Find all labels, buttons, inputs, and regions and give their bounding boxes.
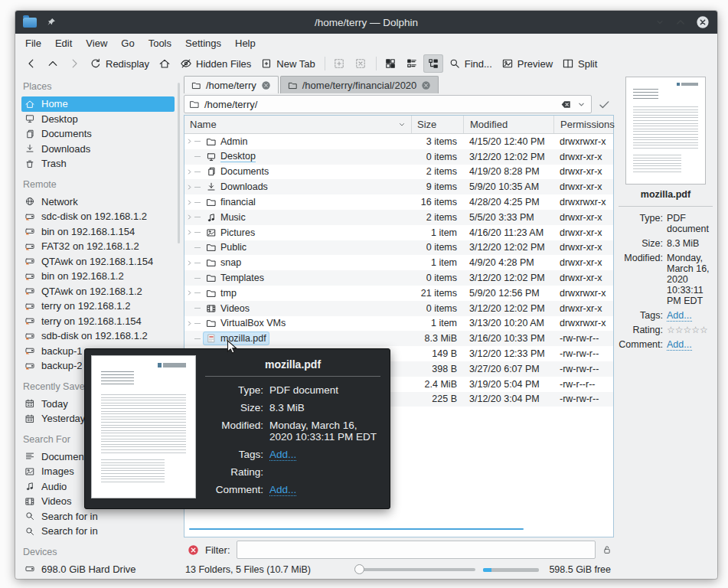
column-header-modified[interactable]: Modified xyxy=(463,116,553,133)
sidebar-item-trash[interactable]: Trash xyxy=(21,156,175,172)
sidebar-item-bin-on-192-168-1-154[interactable]: bin on 192.168.1.154 xyxy=(21,224,175,240)
toolbar-separator xyxy=(325,57,325,70)
sidebar-item-documents[interactable]: Documents xyxy=(21,126,175,142)
file-size: 1 item xyxy=(411,318,463,328)
horizontal-scrollbar[interactable] xyxy=(189,528,524,530)
file-row-music[interactable]: Music2 items5/5/20 3:33 PMdrwxr-xr-x xyxy=(184,210,613,225)
add-link[interactable]: Add... xyxy=(667,310,692,322)
close-filter-icon[interactable] xyxy=(188,544,199,556)
home-button[interactable] xyxy=(155,54,175,73)
add-link[interactable]: Add... xyxy=(269,449,296,461)
file-row-templates[interactable]: Templates0 items3/12/20 12:02 PMdrwxr-xr… xyxy=(184,270,613,286)
file-row-financial[interactable]: financial16 items4/28/20 4:25 PMdrwxrwxr… xyxy=(184,194,613,210)
sidebar-item-sdc-disk-on-192-168-1-2[interactable]: sdc-disk on 192.168.1.2 xyxy=(21,209,175,224)
menu-settings[interactable]: Settings xyxy=(178,35,228,51)
zoom-slider[interactable] xyxy=(354,564,479,575)
expand-arrow-icon[interactable] xyxy=(184,229,194,236)
sidebar-item-terry-on-192-168-1-154[interactable]: terry on 192.168.1.154 xyxy=(21,314,175,329)
file-row-admin[interactable]: Admin3 items4/15/20 12:40 PMdrwxrwxr-x xyxy=(184,134,613,149)
sidebar-item-698-0-gib-hard-drive[interactable]: 698.0 GiB Hard Drive xyxy=(21,562,175,577)
forward-button[interactable] xyxy=(64,54,84,73)
sidebar-item-fat32-on-192-168-1-2[interactable]: FAT32 on 192.168.1.2 xyxy=(21,239,175,254)
column-header-permissions[interactable]: Permissions xyxy=(553,116,613,133)
expand-arrow-icon[interactable] xyxy=(184,138,194,145)
sidebar-item-network[interactable]: Network xyxy=(21,194,175,210)
sidebar-item-qtawk-on-192-168-1-2[interactable]: QTAwk on 192.168.1.2 xyxy=(21,284,175,299)
sidebar-item-search-for-in[interactable]: Search for in xyxy=(21,524,175,539)
back-button[interactable] xyxy=(21,54,41,73)
file-row-public[interactable]: Public0 items3/12/20 12:02 PMdrwxr-xr-x xyxy=(184,240,613,256)
menu-file[interactable]: File xyxy=(18,35,48,51)
file-row-snap[interactable]: snap1 item4/9/20 4:28 PMdrwxr-xr-x xyxy=(184,255,613,270)
hidden-files-button[interactable]: Hidden Files xyxy=(176,54,255,73)
menu-view[interactable]: View xyxy=(79,35,114,51)
sidebar-item-sdb-disk-on-192-168-1-2[interactable]: sdb-disk on 192.168.1.2 xyxy=(21,328,175,344)
up-button[interactable] xyxy=(43,54,63,73)
select-mode-button[interactable] xyxy=(329,54,349,73)
details-view-button[interactable] xyxy=(423,54,443,73)
expand-arrow-icon[interactable] xyxy=(184,260,194,266)
column-header-name[interactable]: Name xyxy=(184,116,411,133)
find-button[interactable]: Find... xyxy=(445,54,496,73)
pin-icon[interactable] xyxy=(46,17,57,28)
split-button[interactable]: Split xyxy=(558,54,601,73)
add-link[interactable]: Add... xyxy=(667,339,692,351)
menu-tools[interactable]: Tools xyxy=(142,35,178,51)
minimize-button[interactable] xyxy=(655,17,665,28)
invert-selection-button[interactable] xyxy=(351,54,371,73)
dolphin-app-icon xyxy=(23,18,37,28)
lock-icon[interactable] xyxy=(602,544,612,555)
filter-input[interactable] xyxy=(237,541,596,559)
tab-1[interactable]: /home/terry/financial/2020 xyxy=(280,76,439,93)
column-header-size[interactable]: Size xyxy=(411,116,463,133)
location-dropdown-icon[interactable] xyxy=(576,100,586,109)
expand-arrow-icon[interactable] xyxy=(184,320,194,327)
file-row-videos[interactable]: Videos0 items3/12/20 12:02 PMdrwxr-xr-x xyxy=(184,301,613,316)
compact-view-button[interactable] xyxy=(402,54,422,73)
location-path: /home/terry/ xyxy=(204,99,556,110)
menu-help[interactable]: Help xyxy=(228,35,263,51)
sidebar-item-home[interactable]: Home xyxy=(21,96,175,112)
file-row-documents[interactable]: Documents2 items4/19/20 8:28 PMdrwxr-xr-… xyxy=(184,165,613,180)
close-button[interactable] xyxy=(696,15,710,29)
file-permissions: drwxrwxr-x xyxy=(553,318,613,328)
menu-go[interactable]: Go xyxy=(114,35,141,51)
sidebar-item-desktop[interactable]: Desktop xyxy=(21,112,175,127)
redisplay-button[interactable]: Redisplay xyxy=(86,54,153,73)
new-tab-button[interactable]: New Tab xyxy=(256,54,318,73)
sidebar-item-search-for-in[interactable]: Search for in xyxy=(21,509,175,524)
sidebar-scrollbar[interactable] xyxy=(178,83,180,243)
file-row-pictures[interactable]: Pictures1 item4/16/20 11:23 AMdrwxr-xr-x xyxy=(184,225,613,240)
file-row-mozilla.pdf[interactable]: mozilla.pdf8.3 MiB3/16/20 10:33 PM-rw-rw… xyxy=(184,331,613,346)
location-input[interactable]: /home/terry/ xyxy=(184,95,592,113)
sidebar-item-bin-on-192-168-1-2[interactable]: bin on 192.168.1.2 xyxy=(21,269,175,284)
clear-location-icon[interactable] xyxy=(560,99,572,110)
icons-view-button[interactable] xyxy=(380,54,400,73)
preview-file-name: mozilla.pdf xyxy=(617,189,714,200)
location-accept-icon[interactable] xyxy=(598,98,611,111)
maximize-button[interactable] xyxy=(675,17,686,28)
expand-arrow-icon[interactable] xyxy=(184,168,194,175)
sidebar-item-qtawk-on-192-168-1-154[interactable]: QTAwk on 192.168.1.154 xyxy=(21,254,175,270)
expand-arrow-icon[interactable] xyxy=(184,289,194,296)
expand-arrow-icon[interactable] xyxy=(184,199,194,206)
close-tab-icon[interactable] xyxy=(261,80,271,90)
close-tab-icon[interactable] xyxy=(421,80,431,90)
file-size: 8.3 MiB xyxy=(411,333,463,344)
menu-edit[interactable]: Edit xyxy=(48,35,79,51)
add-link[interactable]: Add... xyxy=(269,484,296,496)
mouse-cursor xyxy=(227,340,240,358)
rating-stars[interactable]: ☆☆☆☆☆ xyxy=(667,325,708,335)
sidebar-item-terry-on-192-168-1-2[interactable]: terry on 192.168.1.2 xyxy=(21,299,175,314)
file-row-tmp[interactable]: tmp21 items5/9/20 12:56 PMdrwxrwxr-x xyxy=(184,286,613,301)
expand-arrow-icon[interactable] xyxy=(184,184,194,191)
zoom-slider-handle[interactable] xyxy=(354,564,364,574)
information-panel: mozilla.pdf Type:PDF documentSize:8.3 Mi… xyxy=(617,77,714,577)
expand-arrow-icon[interactable] xyxy=(184,214,194,220)
tab-0[interactable]: /home/terry xyxy=(184,76,279,93)
file-row-downloads[interactable]: Downloads9 items5/9/20 10:35 AMdrwxr-xr-… xyxy=(184,179,613,194)
file-row-desktop[interactable]: Desktop0 items3/12/20 12:02 PMdrwxr-xr-x xyxy=(184,149,613,165)
sidebar-item-downloads[interactable]: Downloads xyxy=(21,142,175,157)
preview-button[interactable]: Preview xyxy=(498,54,557,73)
file-row-virtualbox-vms[interactable]: VirtualBox VMs1 item3/13/20 10:20 AMdrwx… xyxy=(184,316,613,332)
